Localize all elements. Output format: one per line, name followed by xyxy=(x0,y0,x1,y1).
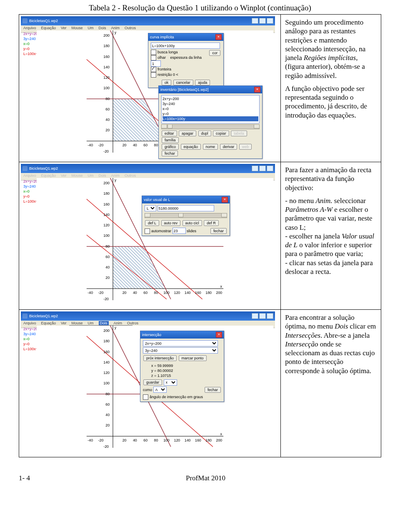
text-cell-2: Para fazer a animação da recta represent… xyxy=(281,162,381,310)
help-button[interactable]: ajuda xyxy=(195,80,210,85)
list-item[interactable]: 2x+y=200 xyxy=(162,96,258,101)
param-select[interactable]: L xyxy=(145,205,156,211)
select-eq2[interactable]: 3y=240 xyxy=(143,347,218,354)
result-values: x = 59.99999 y = 80.00002 z = 1.10715 xyxy=(151,363,221,378)
check-busca-longa[interactable]: busca longa xyxy=(158,50,178,54)
svg-text:120: 120 xyxy=(103,371,110,375)
btn-marcar-ponto[interactable]: marcar ponto xyxy=(179,355,207,361)
svg-text:-20: -20 xyxy=(98,291,104,295)
svg-text:120: 120 xyxy=(103,75,110,80)
btn-tabela: tabela xyxy=(231,130,247,136)
svg-text:140: 140 xyxy=(103,65,110,69)
page-footer: 1- 4 ProfMat 2010 xyxy=(19,457,381,487)
inventory-list[interactable]: 2x+y=200 3y=240 x=0 y=0 L=100x+100y xyxy=(161,95,260,123)
list-item[interactable]: 3y=240 xyxy=(162,101,258,106)
slides-input[interactable] xyxy=(172,228,186,234)
btn-editar[interactable]: editar xyxy=(162,130,177,136)
svg-text:40: 40 xyxy=(133,291,137,295)
window-title: BicicletasQ1.wp2 xyxy=(29,314,58,318)
btn-nome[interactable]: nome xyxy=(203,144,218,150)
color-button[interactable]: cor xyxy=(209,50,220,56)
dialog-title: valor usual de L xyxy=(144,198,170,202)
screenshot-2: BicicletasQ1.wp2 ArquivoEquaçãoVer Mouse… xyxy=(21,164,275,308)
select-guardar-var[interactable]: x xyxy=(164,379,177,386)
scrollbar[interactable] xyxy=(161,124,260,129)
select-como[interactable]: A xyxy=(153,386,167,393)
svg-text:20: 20 xyxy=(122,143,127,147)
btn-equacao[interactable]: equação xyxy=(181,144,201,150)
btn-fechar[interactable]: fechar xyxy=(162,151,178,156)
btn-derivar[interactable]: derivar xyxy=(220,144,238,150)
btn-autocicl[interactable]: auto cicl xyxy=(182,220,202,226)
svg-text:20: 20 xyxy=(105,276,110,280)
svg-text:180: 180 xyxy=(205,291,212,295)
svg-text:180: 180 xyxy=(103,339,110,343)
dialog-inventario[interactable]: inventário [BicicletasQ1.wp2]× 2x+y=200 … xyxy=(158,85,262,159)
svg-text:20: 20 xyxy=(105,128,110,132)
svg-text:100: 100 xyxy=(103,233,110,238)
svg-text:160: 160 xyxy=(103,202,110,206)
svg-text:200: 200 xyxy=(103,329,110,333)
dialog-interseccao[interactable]: intersecção× 2x+y=200 3y=240 próx inters… xyxy=(140,331,224,402)
ok-button[interactable]: ok xyxy=(162,80,172,85)
svg-text:x: x xyxy=(220,284,222,289)
btn-guardar[interactable]: guardar xyxy=(143,379,162,385)
check-automostrar[interactable]: automostrar xyxy=(151,229,171,233)
btn-defL[interactable]: def L xyxy=(145,220,159,226)
value-input[interactable] xyxy=(158,205,214,211)
check-fronteira[interactable]: fronteira xyxy=(158,67,171,71)
curve-equation-input[interactable] xyxy=(151,43,220,49)
btn-copiar[interactable]: copiar xyxy=(213,130,229,136)
list-item[interactable]: y=0 xyxy=(162,111,258,116)
svg-text:80: 80 xyxy=(105,97,110,101)
svg-text:-20: -20 xyxy=(98,438,104,442)
svg-text:80: 80 xyxy=(154,143,158,147)
svg-marker-31 xyxy=(113,246,165,289)
btn-fechar[interactable]: fechar xyxy=(210,228,227,234)
dialog-title: curva implícita xyxy=(150,35,174,39)
window-controls[interactable] xyxy=(252,166,273,171)
btn-defR[interactable]: def R xyxy=(204,220,219,226)
cancel-button[interactable]: cancelar xyxy=(173,80,193,85)
close-icon[interactable]: × xyxy=(215,34,222,40)
list-item[interactable]: L=100x+100y xyxy=(162,116,258,121)
close-icon[interactable]: × xyxy=(254,87,260,93)
window-controls[interactable] xyxy=(252,313,273,319)
check-angulo-graus[interactable]: ângulo de intersecção em graus xyxy=(150,395,203,399)
app-icon xyxy=(22,18,28,23)
svg-text:160: 160 xyxy=(195,438,201,442)
svg-text:200: 200 xyxy=(216,438,222,442)
check-olhar[interactable]: olhar xyxy=(158,55,166,60)
close-icon[interactable]: × xyxy=(216,332,222,338)
svg-text:80: 80 xyxy=(105,244,110,248)
close-icon[interactable]: × xyxy=(222,197,228,203)
svg-text:60: 60 xyxy=(105,107,110,111)
btn-apagar[interactable]: apagar xyxy=(179,130,196,136)
svg-text:180: 180 xyxy=(103,191,110,196)
svg-text:y: y xyxy=(115,326,117,330)
svg-text:200: 200 xyxy=(216,291,222,295)
btn-grafico[interactable]: gráfico xyxy=(162,144,179,150)
btn-prox-intersec[interactable]: próx intersecção xyxy=(143,355,177,361)
dialog-curva-implicita[interactable]: curva implícita× busca longa cor olhar e… xyxy=(148,33,224,88)
btn-familia[interactable]: família xyxy=(162,137,179,143)
dialog-valor-usual[interactable]: valor usual de L× L def L auto rev auto … xyxy=(142,196,230,236)
svg-text:20: 20 xyxy=(122,291,127,295)
btn-fechar[interactable]: fechar xyxy=(205,387,221,393)
svg-text:40: 40 xyxy=(105,118,110,122)
svg-text:x: x xyxy=(220,432,222,436)
list-item[interactable]: x=0 xyxy=(162,106,258,111)
check-restricao[interactable]: restrição 0 < xyxy=(158,73,178,77)
slider[interactable] xyxy=(145,213,227,218)
svg-text:-40: -40 xyxy=(88,143,93,147)
page-number: 1- 4 xyxy=(19,474,30,482)
btn-dupl[interactable]: dupl xyxy=(198,130,211,136)
svg-text:-20: -20 xyxy=(103,444,109,448)
svg-text:40: 40 xyxy=(133,438,137,442)
svg-text:y: y xyxy=(115,30,117,35)
select-eq1[interactable]: 2x+y=200 xyxy=(143,340,218,346)
window-controls[interactable] xyxy=(252,18,273,24)
svg-text:-40: -40 xyxy=(88,438,93,442)
svg-text:120: 120 xyxy=(103,223,110,227)
btn-autorev[interactable]: auto rev xyxy=(161,220,181,226)
